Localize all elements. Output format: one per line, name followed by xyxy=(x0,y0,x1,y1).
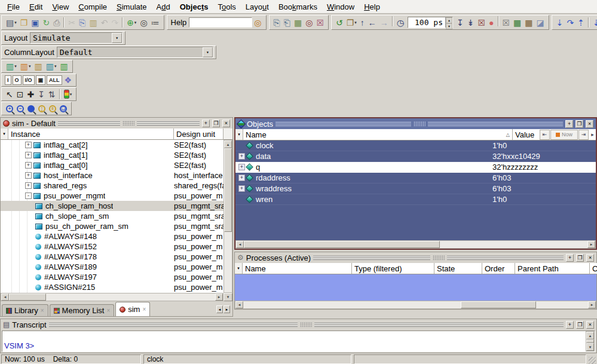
tabs-left-icon[interactable]: ◂ xyxy=(216,305,223,313)
scrollbar-thumb[interactable] xyxy=(244,241,440,248)
scrollbar-thumb[interactable] xyxy=(224,148,232,232)
dropdown-arrow-icon[interactable]: ▾ xyxy=(354,20,357,25)
close-panel-button[interactable]: × xyxy=(586,254,594,262)
performance-profile-icon[interactable]: ▦ xyxy=(512,16,523,29)
tab-sim[interactable]: sim × xyxy=(115,302,150,316)
tree-row[interactable]: + intflag_cat[2] SE2(fast) xyxy=(1,140,224,150)
scroll-down-icon[interactable]: ▾ xyxy=(224,293,232,301)
toolbar-button[interactable] xyxy=(59,89,60,99)
layout-select[interactable]: Simulate ▾ xyxy=(30,32,123,44)
tree-row[interactable]: #ALWAYS#189 psu_power_m xyxy=(1,262,224,272)
pan-mode-icon[interactable]: ✚ xyxy=(25,88,36,100)
objects-horizontal-scrollbar[interactable]: ◂ ▸ xyxy=(235,240,596,249)
break-now-icon[interactable]: ● xyxy=(487,16,495,29)
zoom-in-icon[interactable]: + xyxy=(4,102,15,115)
undock-button[interactable]: ❐ xyxy=(576,321,584,329)
menu-simulate[interactable]: Simulate xyxy=(112,1,152,13)
select-mode-icon[interactable]: ↖ xyxy=(4,88,15,100)
column-menu-button[interactable]: ▾ xyxy=(1,129,8,139)
expander[interactable]: + xyxy=(25,152,32,158)
clear-icon[interactable]: ◪ xyxy=(535,16,546,29)
compile-icon[interactable]: ⎘ xyxy=(272,16,282,29)
zoom-range-icon[interactable]: ‖ xyxy=(47,102,58,115)
help-search-input[interactable] xyxy=(189,17,252,27)
transcript-vertical-scrollbar[interactable]: ▴ ▾ xyxy=(586,331,595,351)
objects-row[interactable]: + data 32'hxxc10429 xyxy=(235,151,596,162)
close-panel-button[interactable]: × xyxy=(586,321,594,329)
run-all-icon[interactable]: ☒ xyxy=(476,16,487,29)
add-panel-button[interactable]: + xyxy=(566,321,574,329)
scroll-up-icon[interactable]: ▴ xyxy=(224,140,232,148)
undock-button[interactable]: ❐ xyxy=(575,120,583,128)
filter-output-icon[interactable]: O xyxy=(13,75,22,85)
zoom-full-icon[interactable] xyxy=(26,102,36,115)
scroll-left-icon[interactable]: ◂ xyxy=(1,293,9,301)
objects-row[interactable]: + wraddress 6'h03 xyxy=(235,183,596,194)
filter-all-icon[interactable]: ALL xyxy=(47,75,62,85)
tab-library[interactable]: Library × xyxy=(2,304,48,316)
column-header[interactable]: Parent Path xyxy=(515,263,590,274)
open-folder-icon[interactable]: ❐ xyxy=(19,16,30,29)
restore-icon[interactable]: ❐▾ xyxy=(345,16,359,29)
transcript-panel-header[interactable]: ▤ Transcript + ❐ × xyxy=(1,319,596,330)
drag-handle[interactable] xyxy=(123,121,134,126)
menu-edit[interactable]: Edit xyxy=(25,1,47,13)
tree-row[interactable]: + intflag_cat[0] SE2(fast) xyxy=(1,160,224,170)
columns-scroll-right-icon[interactable]: ▸ xyxy=(589,130,596,140)
break-icon[interactable]: ◎ xyxy=(304,16,314,29)
redo-icon[interactable]: ↷ xyxy=(109,16,120,29)
tree-row[interactable]: ch_slope_ram_sm psu_mgmt_sra xyxy=(1,211,224,221)
undock-button[interactable]: ❐ xyxy=(212,120,220,127)
transcript-text-area[interactable]: VSIM 3> ▴ ▾ xyxy=(2,331,595,352)
expander[interactable]: + xyxy=(25,182,32,189)
traffic-light-icon[interactable]: ▾ xyxy=(62,88,74,100)
sim-panel-header[interactable]: sim - Default + ❐ × xyxy=(1,118,232,129)
dropdown-arrow-icon[interactable]: ▾ xyxy=(29,64,31,69)
expand-time-icon[interactable]: ⇥ xyxy=(578,130,589,140)
zoom-others-icon[interactable]: ❏ xyxy=(58,102,69,115)
paste-icon[interactable]: ▥ xyxy=(87,16,99,29)
tree-row[interactable]: #ALWAYS#178 psu_power_m xyxy=(1,252,224,262)
close-panel-button[interactable]: × xyxy=(586,120,593,128)
columnlayout-select[interactable]: Default ▾ xyxy=(57,47,213,58)
scroll-left-icon[interactable]: ◂ xyxy=(236,241,244,248)
objects-row[interactable]: clock 1'h0 xyxy=(235,140,596,151)
step-over-icon[interactable]: ↷ xyxy=(565,16,576,29)
tree-row[interactable]: ch_slope_ram_host psu_mgmt_sra xyxy=(1,201,224,211)
column-header-name[interactable]: Name△ xyxy=(243,129,513,140)
add-to-log-icon[interactable]: ▥ xyxy=(33,60,44,73)
zoom-mode-icon[interactable]: ⊡ xyxy=(15,88,26,100)
processes-list[interactable] xyxy=(235,274,596,301)
run-icon[interactable]: ↧ xyxy=(455,16,466,29)
resize-grip[interactable] xyxy=(589,357,596,364)
scroll-down-icon[interactable]: ▾ xyxy=(586,343,594,351)
combo-arrow-icon[interactable]: ▾ xyxy=(203,47,213,57)
change-filter-icon[interactable]: ❖ xyxy=(63,74,74,87)
tree-row[interactable]: psu_ch_power_ram_sm psu_mgmt_sra xyxy=(1,221,224,231)
refresh-icon[interactable]: ↻ xyxy=(41,16,52,29)
print-icon[interactable]: ⎙ xyxy=(51,16,62,29)
add-panel-button[interactable]: + xyxy=(566,254,574,262)
column-header[interactable]: State xyxy=(434,263,482,274)
dropdown-arrow-icon[interactable]: ▾ xyxy=(54,64,57,69)
expander[interactable]: + xyxy=(238,153,245,160)
undo-icon[interactable]: ↶ xyxy=(99,16,110,29)
tree-row[interactable]: + shared_regs shared_regs(fa xyxy=(1,181,224,191)
continue-run-icon[interactable]: ↡ xyxy=(466,16,476,29)
add-to-dataflow-icon[interactable]: ▥▾ xyxy=(44,60,59,73)
toolbar-button[interactable] xyxy=(122,17,123,27)
menu-help[interactable]: Help xyxy=(359,1,385,13)
restart-icon[interactable]: ↺ xyxy=(334,16,345,29)
close-panel-button[interactable]: × xyxy=(222,120,230,127)
toolbar-button[interactable] xyxy=(63,17,65,27)
scroll-right-icon[interactable]: ▸ xyxy=(587,241,595,248)
zoom-out-icon[interactable]: − xyxy=(15,102,26,115)
scroll-left-icon[interactable]: ◂ xyxy=(235,301,243,308)
combo-arrow-icon[interactable]: ▾ xyxy=(112,33,122,43)
column-header[interactable]: Order xyxy=(482,263,515,274)
new-file-icon[interactable]: ▤▾ xyxy=(4,16,19,29)
filter-internal-icon[interactable]: ▣ xyxy=(36,75,46,85)
run-length-icon[interactable]: ◷ xyxy=(395,16,406,29)
tree-row[interactable]: #ALWAYS#148 psu_power_m xyxy=(1,231,224,241)
column-menu-button[interactable]: ▾ xyxy=(235,263,243,274)
